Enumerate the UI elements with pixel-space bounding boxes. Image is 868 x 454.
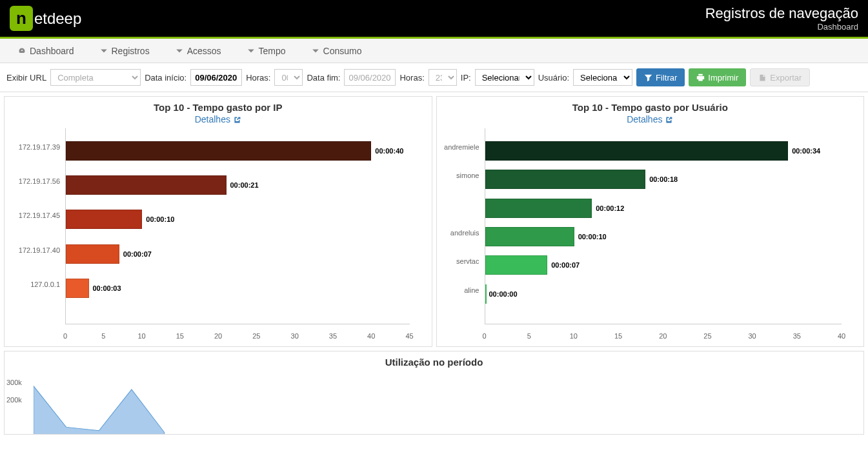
print-icon (696, 74, 705, 82)
usuario-select[interactable]: Selecionar... (573, 69, 632, 86)
detalhes-link[interactable]: Detalhes (195, 114, 241, 124)
axis-category-label: 172.19.17.45 (7, 212, 60, 219)
axis-category-label: simone (439, 172, 479, 179)
export-icon (758, 74, 767, 82)
data-fim-label: Data fim: (307, 73, 340, 83)
bar-value-label: 00:00:21 (230, 181, 259, 189)
nav-label: Tempo (259, 46, 286, 56)
bar-value-label: 00:00:12 (596, 204, 624, 212)
nav-label: Dashboard (30, 46, 74, 56)
detalhes-link[interactable]: Detalhes (627, 114, 673, 124)
page-subtitle: Dashboard (705, 22, 858, 32)
bar-value-label: 00:00:00 (489, 290, 518, 298)
axis-category-label: 172.19.17.40 (7, 246, 60, 254)
usuario-label: Usuário: (538, 73, 569, 83)
nav-consumo[interactable]: Consumo (300, 41, 374, 61)
brand-logo[interactable]: n etdeep (10, 6, 81, 31)
filtrar-button[interactable]: Filtrar (636, 68, 685, 86)
panel-title: Utilização no período (10, 357, 858, 368)
bar-value-label: 00:00:07 (551, 261, 580, 269)
horas1-select[interactable]: 00 (274, 69, 303, 86)
chevron-down-icon (247, 47, 255, 55)
nav-dashboard[interactable]: Dashboard (6, 41, 86, 61)
data-inicio-input[interactable] (190, 69, 242, 86)
bar-value-label: 00:00:18 (649, 175, 678, 183)
axis-tick-label: 40 (367, 332, 375, 340)
axis-category-label: 127.0.0.1 (7, 281, 60, 288)
axis-tick-label: 30 (749, 332, 756, 340)
chart-tempo-ip: 00:00:4000:00:2100:00:1000:00:0700:00:03… (7, 124, 429, 344)
bar[interactable]: 00:00:18 (485, 170, 646, 189)
bar[interactable]: 00:00:34 (485, 141, 789, 161)
axis-tick-label: 20 (659, 332, 667, 340)
axis-tick-label: 25 (252, 332, 260, 340)
bar[interactable]: 00:00:10 (66, 210, 142, 229)
axis-tick-label: 5 (101, 332, 105, 340)
page-title: Registros de navegação (705, 5, 858, 22)
bar[interactable]: 00:00:21 (66, 175, 227, 195)
dashboard-icon (18, 47, 26, 55)
axis-category-label: andreluis (439, 229, 479, 237)
nav-registros[interactable]: Registros (88, 41, 161, 61)
axis-tick-label: 35 (329, 332, 337, 340)
bar[interactable]: 00:00:10 (485, 227, 574, 246)
axis-category-label: 172.19.17.39 (7, 143, 60, 151)
chevron-down-icon (312, 47, 319, 55)
filter-bar: Exibir URL Completa Data início: Horas: … (0, 63, 868, 92)
bar-value-label: 00:00:40 (375, 147, 403, 155)
logo-mark: n (10, 6, 33, 31)
bar[interactable]: 00:00:07 (66, 244, 119, 264)
axis-tick-label: 25 (703, 332, 711, 340)
main-nav: Dashboard Registros Acessos Tempo Consum… (0, 39, 868, 63)
bar-value-label: 00:00:34 (792, 147, 820, 155)
axis-tick-label: 35 (793, 332, 801, 340)
chevron-down-icon (100, 47, 108, 55)
button-label: Imprimir (708, 73, 738, 83)
horas2-label: Horas: (399, 73, 424, 83)
exportar-button: Exportar (750, 68, 810, 86)
axis-tick-label: 5 (527, 332, 531, 340)
axis-tick-label: 15 (614, 332, 622, 340)
page-title-block: Registros de navegação Dashboard (705, 5, 858, 32)
external-link-icon (233, 115, 241, 124)
axis-tick-label: 30 (291, 332, 299, 340)
axis-category-label: servtac (439, 257, 479, 265)
axis-tick-label: 200k (6, 396, 22, 404)
bar[interactable]: 00:00:07 (485, 255, 548, 275)
axis-tick-label: 10 (570, 332, 578, 340)
ip-label: IP: (461, 73, 471, 83)
axis-tick-label: 45 (405, 332, 413, 340)
data-fim-input[interactable] (344, 69, 396, 86)
bar[interactable]: 00:00:03 (66, 279, 89, 298)
axis-category-label: 172.19.17.56 (7, 177, 60, 185)
exibir-url-label: Exibir URL (6, 73, 46, 83)
data-inicio-label: Data início: (145, 73, 187, 83)
panel-utilizacao: Utilização no período 200k300k (4, 351, 864, 435)
external-link-icon (665, 115, 673, 124)
imprimir-button[interactable]: Imprimir (689, 68, 746, 86)
button-label: Exportar (770, 73, 802, 83)
panel-tempo-ip: Top 10 - Tempo gasto por IP Detalhes 00:… (4, 96, 432, 347)
topbar: n etdeep Registros de navegação Dashboar… (0, 0, 868, 39)
axis-category-label: aline (439, 286, 479, 294)
bar-value-label: 00:00:07 (123, 250, 152, 258)
nav-tempo[interactable]: Tempo (236, 41, 298, 61)
chart-tempo-usuario: 00:00:3400:00:1800:00:1200:00:1000:00:07… (439, 124, 862, 344)
chart-utilizacao: 200k300k (34, 374, 851, 434)
nav-label: Consumo (323, 46, 362, 56)
panel-title: Top 10 - Tempo gasto por IP (7, 102, 429, 113)
ip-select[interactable]: Selecionar... (475, 69, 534, 86)
axis-category-label: andremiele (439, 143, 479, 151)
horas2-select[interactable]: 23 (429, 69, 457, 86)
axis-tick-label: 20 (214, 332, 222, 340)
panels-row: Top 10 - Tempo gasto por IP Detalhes 00:… (0, 92, 868, 351)
exibir-url-select[interactable]: Completa (50, 69, 141, 86)
nav-label: Registros (112, 46, 150, 56)
bar[interactable]: 00:00:40 (66, 141, 371, 161)
chevron-down-icon (176, 47, 183, 55)
axis-tick-label: 0 (63, 332, 67, 340)
bar[interactable]: 00:00:12 (485, 199, 592, 218)
axis-tick-label: 0 (482, 332, 486, 340)
nav-acessos[interactable]: Acessos (164, 41, 233, 61)
bar-value-label: 00:00:10 (578, 233, 607, 241)
